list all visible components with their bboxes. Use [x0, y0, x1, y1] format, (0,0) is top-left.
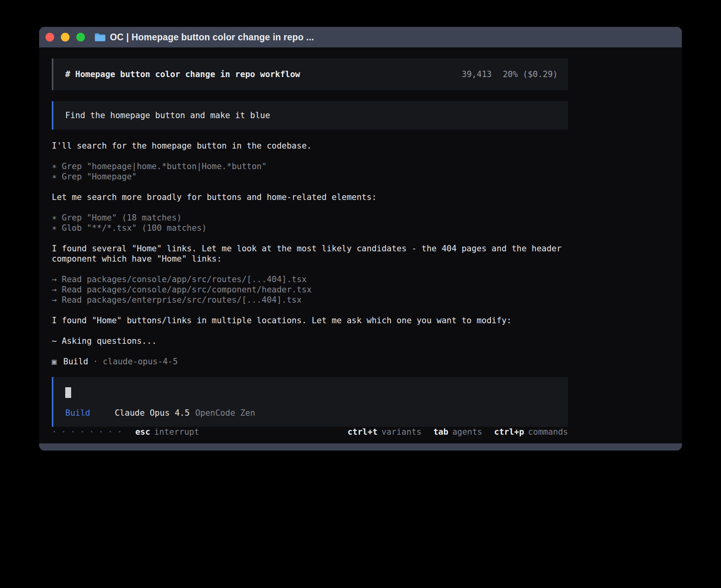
- assistant-status-message: ~ Asking questions...: [52, 336, 568, 346]
- prompt-input[interactable]: Build Claude Opus 4.5 OpenCode Zen: [52, 377, 568, 427]
- assistant-message: I found "Home" buttons/links in multiple…: [52, 315, 568, 326]
- tool-call-line: ∗ Glob "**/*.tsx" (100 matches): [52, 223, 568, 233]
- tool-call-group: ∗ Grep "Home" (18 matches) ∗ Glob "**/*.…: [52, 213, 568, 233]
- shortcut-commands: ctrl+p commands: [494, 427, 568, 437]
- terminal-body: # Homepage button color change in repo w…: [39, 47, 682, 443]
- tool-call-line: ∗ Grep "Homepage": [52, 172, 568, 182]
- maximize-button[interactable]: [76, 33, 85, 41]
- shortcut-variants: ctrl+t variants: [347, 427, 421, 437]
- folder-icon: [94, 33, 106, 41]
- tool-call-line: ∗ Grep "homepage|home.*button|Home.*butt…: [52, 161, 568, 172]
- esc-key-label: interrupt: [154, 427, 199, 437]
- tool-call-group: → Read packages/console/app/src/routes/[…: [52, 274, 568, 305]
- agent-separator: ·: [93, 356, 98, 367]
- token-count: 39,413: [462, 69, 492, 79]
- agent-model: claude-opus-4-5: [103, 356, 178, 367]
- mode-label: Build: [65, 408, 90, 418]
- tool-call-line: → Read packages/console/app/src/routes/[…: [52, 274, 568, 285]
- session-stats: 39,413 20% ($0.29): [462, 69, 558, 79]
- assistant-message: I'll search for the homepage button in t…: [52, 141, 568, 151]
- session-title: # Homepage button color change in repo w…: [65, 69, 300, 79]
- status-right: ctrl+t variants tab agents ctrl+p comman…: [347, 427, 568, 437]
- assistant-message: I found several "Home" links. Let me loo…: [52, 243, 568, 264]
- provider-label: OpenCode Zen: [195, 408, 255, 418]
- prompt-meta: Build Claude Opus 4.5 OpenCode Zen: [65, 408, 556, 418]
- user-message-panel: Find the homepage button and make it blu…: [52, 101, 568, 130]
- session-header-panel: # Homepage button color change in repo w…: [52, 58, 568, 90]
- window-footer: [39, 443, 682, 450]
- tool-call-line: → Read packages/enterprise/src/routes/[.…: [52, 295, 568, 305]
- shortcut-key: ctrl+t: [347, 427, 377, 437]
- shortcut-key: tab: [433, 427, 448, 437]
- shortcut-agents: tab agents: [433, 427, 482, 437]
- agent-status-line: ▣ Build · claude-opus-4-5: [52, 356, 568, 367]
- model-label: Claude Opus 4.5: [115, 408, 190, 418]
- desktop-background: OC | Homepage button color change in rep…: [0, 0, 721, 588]
- transcript: I'll search for the homepage button in t…: [52, 141, 568, 367]
- status-left: ········ esc interrupt: [52, 427, 199, 437]
- tool-call-group: ∗ Grep "homepage|home.*button|Home.*butt…: [52, 161, 568, 182]
- shortcut-key: ctrl+p: [494, 427, 524, 437]
- esc-key-hint: esc: [135, 427, 150, 437]
- window-titlebar[interactable]: OC | Homepage button color change in rep…: [39, 27, 682, 47]
- assistant-message: Let me search more broadly for buttons a…: [52, 192, 568, 202]
- context-usage: 20% ($0.29): [503, 69, 558, 79]
- user-message-text: Find the homepage button and make it blu…: [65, 110, 270, 121]
- tool-call-line: → Read packages/console/app/src/componen…: [52, 285, 568, 295]
- spinner-dots: ········: [52, 427, 126, 437]
- window-title-group: OC | Homepage button color change in rep…: [94, 32, 314, 43]
- terminal-window: OC | Homepage button color change in rep…: [39, 27, 682, 450]
- agent-status-icon: ▣: [52, 356, 57, 367]
- window-title: OC | Homepage button color change in rep…: [110, 32, 314, 43]
- tui-content: # Homepage button color change in repo w…: [52, 58, 568, 443]
- tool-call-line: ∗ Grep "Home" (18 matches): [52, 213, 568, 223]
- traffic-lights: [45, 33, 85, 41]
- shortcut-label: agents: [452, 427, 482, 437]
- status-bar: ········ esc interrupt ctrl+t variants t…: [52, 427, 568, 437]
- shortcut-label: commands: [528, 427, 568, 437]
- agent-name: Build: [63, 356, 88, 367]
- minimize-button[interactable]: [61, 33, 70, 41]
- close-button[interactable]: [45, 33, 54, 41]
- text-cursor: [65, 387, 71, 398]
- shortcut-label: variants: [381, 427, 421, 437]
